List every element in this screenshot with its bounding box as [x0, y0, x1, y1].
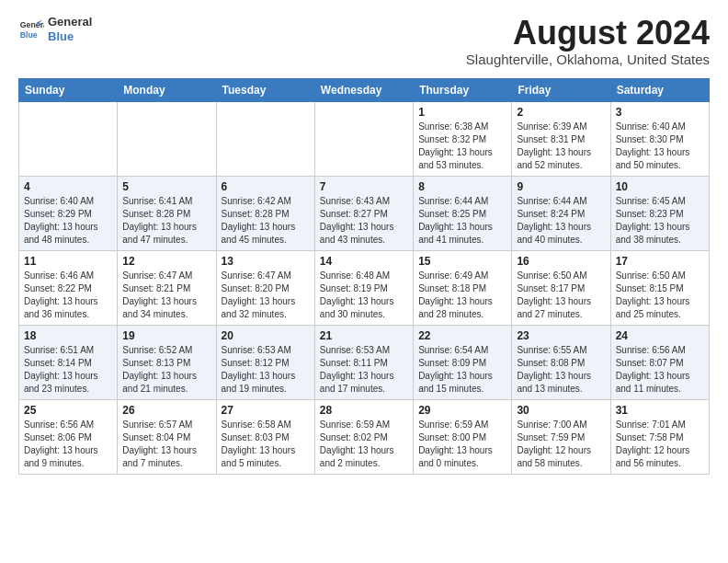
calendar-table: SundayMondayTuesdayWednesdayThursdayFrid…	[18, 78, 710, 475]
weekday-header-saturday: Saturday	[610, 78, 709, 101]
calendar-cell	[216, 101, 314, 176]
month-year-title: August 2024	[466, 15, 710, 52]
calendar-week-row: 18Sunrise: 6:51 AM Sunset: 8:14 PM Dayli…	[19, 325, 710, 399]
day-number: 25	[24, 404, 112, 417]
day-info: Sunrise: 6:40 AM Sunset: 8:30 PM Dayligh…	[616, 121, 704, 172]
day-info: Sunrise: 6:47 AM Sunset: 8:21 PM Dayligh…	[122, 270, 210, 321]
page-header: General Blue General Blue August 2024 Sl…	[18, 15, 710, 67]
day-number: 10	[616, 180, 704, 193]
svg-text:Blue: Blue	[20, 29, 38, 39]
calendar-cell: 19Sunrise: 6:52 AM Sunset: 8:13 PM Dayli…	[118, 325, 216, 399]
weekday-header-thursday: Thursday	[414, 78, 512, 101]
day-info: Sunrise: 6:51 AM Sunset: 8:14 PM Dayligh…	[24, 344, 112, 396]
day-number: 22	[418, 329, 506, 342]
calendar-cell: 28Sunrise: 6:59 AM Sunset: 8:02 PM Dayli…	[314, 399, 413, 474]
weekday-header-friday: Friday	[512, 78, 610, 101]
day-info: Sunrise: 6:57 AM Sunset: 8:04 PM Dayligh…	[122, 419, 210, 470]
day-number: 9	[517, 180, 605, 193]
day-number: 12	[122, 255, 210, 268]
calendar-cell: 2Sunrise: 6:39 AM Sunset: 8:31 PM Daylig…	[512, 101, 610, 176]
calendar-cell: 14Sunrise: 6:48 AM Sunset: 8:19 PM Dayli…	[314, 250, 413, 325]
calendar-cell: 18Sunrise: 6:51 AM Sunset: 8:14 PM Dayli…	[19, 325, 118, 399]
calendar-cell: 17Sunrise: 6:50 AM Sunset: 8:15 PM Dayli…	[610, 250, 709, 325]
calendar-cell: 23Sunrise: 6:55 AM Sunset: 8:08 PM Dayli…	[512, 325, 610, 399]
day-number: 26	[122, 404, 210, 417]
weekday-header-wednesday: Wednesday	[314, 78, 413, 101]
calendar-cell: 29Sunrise: 6:59 AM Sunset: 8:00 PM Dayli…	[414, 399, 512, 474]
calendar-cell: 16Sunrise: 6:50 AM Sunset: 8:17 PM Dayli…	[512, 250, 610, 325]
day-info: Sunrise: 6:42 AM Sunset: 8:28 PM Dayligh…	[222, 195, 310, 247]
calendar-week-row: 4Sunrise: 6:40 AM Sunset: 8:29 PM Daylig…	[19, 176, 710, 250]
day-number: 13	[222, 255, 310, 268]
day-number: 4	[24, 180, 112, 193]
calendar-cell: 6Sunrise: 6:42 AM Sunset: 8:28 PM Daylig…	[216, 176, 314, 250]
day-number: 16	[517, 255, 605, 268]
day-number: 15	[418, 255, 506, 268]
weekday-header-sunday: Sunday	[19, 78, 118, 101]
logo-text-blue: Blue	[48, 29, 92, 44]
day-info: Sunrise: 6:50 AM Sunset: 8:15 PM Dayligh…	[616, 270, 704, 321]
day-number: 19	[122, 329, 210, 342]
calendar-cell	[118, 101, 216, 176]
calendar-cell: 9Sunrise: 6:44 AM Sunset: 8:24 PM Daylig…	[512, 176, 610, 250]
day-info: Sunrise: 6:54 AM Sunset: 8:09 PM Dayligh…	[418, 344, 506, 396]
day-number: 17	[616, 255, 704, 268]
day-info: Sunrise: 6:59 AM Sunset: 8:02 PM Dayligh…	[320, 419, 408, 470]
day-info: Sunrise: 6:44 AM Sunset: 8:24 PM Dayligh…	[517, 195, 605, 247]
day-number: 24	[616, 329, 704, 342]
calendar-cell: 1Sunrise: 6:38 AM Sunset: 8:32 PM Daylig…	[414, 101, 512, 176]
weekday-header-monday: Monday	[118, 78, 216, 101]
calendar-cell: 13Sunrise: 6:47 AM Sunset: 8:20 PM Dayli…	[216, 250, 314, 325]
day-number: 20	[222, 329, 310, 342]
calendar-cell: 20Sunrise: 6:53 AM Sunset: 8:12 PM Dayli…	[216, 325, 314, 399]
calendar-cell: 7Sunrise: 6:43 AM Sunset: 8:27 PM Daylig…	[314, 176, 413, 250]
calendar-cell: 21Sunrise: 6:53 AM Sunset: 8:11 PM Dayli…	[314, 325, 413, 399]
calendar-cell: 26Sunrise: 6:57 AM Sunset: 8:04 PM Dayli…	[118, 399, 216, 474]
logo-text-general: General	[48, 15, 92, 29]
calendar-cell: 15Sunrise: 6:49 AM Sunset: 8:18 PM Dayli…	[414, 250, 512, 325]
weekday-header-tuesday: Tuesday	[216, 78, 314, 101]
calendar-cell: 10Sunrise: 6:45 AM Sunset: 8:23 PM Dayli…	[610, 176, 709, 250]
day-number: 6	[222, 180, 310, 193]
day-info: Sunrise: 6:43 AM Sunset: 8:27 PM Dayligh…	[320, 195, 408, 247]
day-info: Sunrise: 6:44 AM Sunset: 8:25 PM Dayligh…	[418, 195, 506, 247]
day-info: Sunrise: 6:49 AM Sunset: 8:18 PM Dayligh…	[418, 270, 506, 321]
calendar-cell: 8Sunrise: 6:44 AM Sunset: 8:25 PM Daylig…	[414, 176, 512, 250]
day-info: Sunrise: 6:46 AM Sunset: 8:22 PM Dayligh…	[24, 270, 112, 321]
day-info: Sunrise: 6:38 AM Sunset: 8:32 PM Dayligh…	[418, 121, 506, 172]
calendar-cell: 5Sunrise: 6:41 AM Sunset: 8:28 PM Daylig…	[118, 176, 216, 250]
day-info: Sunrise: 6:53 AM Sunset: 8:12 PM Dayligh…	[222, 344, 310, 396]
day-info: Sunrise: 6:56 AM Sunset: 8:06 PM Dayligh…	[24, 419, 112, 470]
day-info: Sunrise: 6:53 AM Sunset: 8:11 PM Dayligh…	[320, 344, 408, 396]
calendar-cell	[19, 101, 118, 176]
calendar-week-row: 25Sunrise: 6:56 AM Sunset: 8:06 PM Dayli…	[19, 399, 710, 474]
day-number: 23	[517, 329, 605, 342]
calendar-cell: 24Sunrise: 6:56 AM Sunset: 8:07 PM Dayli…	[610, 325, 709, 399]
day-number: 29	[418, 404, 506, 417]
day-number: 5	[122, 180, 210, 193]
calendar-cell: 27Sunrise: 6:58 AM Sunset: 8:03 PM Dayli…	[216, 399, 314, 474]
day-info: Sunrise: 6:58 AM Sunset: 8:03 PM Dayligh…	[222, 419, 310, 470]
title-block: August 2024 Slaughterville, Oklahoma, Un…	[466, 15, 710, 67]
calendar-week-row: 1Sunrise: 6:38 AM Sunset: 8:32 PM Daylig…	[19, 101, 710, 176]
day-info: Sunrise: 6:40 AM Sunset: 8:29 PM Dayligh…	[24, 195, 112, 247]
day-number: 3	[616, 106, 704, 119]
logo: General Blue General Blue	[18, 15, 92, 43]
day-info: Sunrise: 6:56 AM Sunset: 8:07 PM Dayligh…	[616, 344, 704, 396]
day-number: 31	[616, 404, 704, 417]
day-number: 14	[320, 255, 408, 268]
day-info: Sunrise: 6:59 AM Sunset: 8:00 PM Dayligh…	[418, 419, 506, 470]
day-info: Sunrise: 6:50 AM Sunset: 8:17 PM Dayligh…	[517, 270, 605, 321]
day-number: 11	[24, 255, 112, 268]
calendar-cell	[314, 101, 413, 176]
day-number: 21	[320, 329, 408, 342]
calendar-cell: 4Sunrise: 6:40 AM Sunset: 8:29 PM Daylig…	[19, 176, 118, 250]
day-number: 18	[24, 329, 112, 342]
day-number: 1	[418, 106, 506, 119]
calendar-cell: 25Sunrise: 6:56 AM Sunset: 8:06 PM Dayli…	[19, 399, 118, 474]
day-info: Sunrise: 6:41 AM Sunset: 8:28 PM Dayligh…	[122, 195, 210, 247]
day-info: Sunrise: 7:01 AM Sunset: 7:58 PM Dayligh…	[616, 419, 704, 470]
day-number: 28	[320, 404, 408, 417]
day-number: 27	[222, 404, 310, 417]
calendar-cell: 31Sunrise: 7:01 AM Sunset: 7:58 PM Dayli…	[610, 399, 709, 474]
